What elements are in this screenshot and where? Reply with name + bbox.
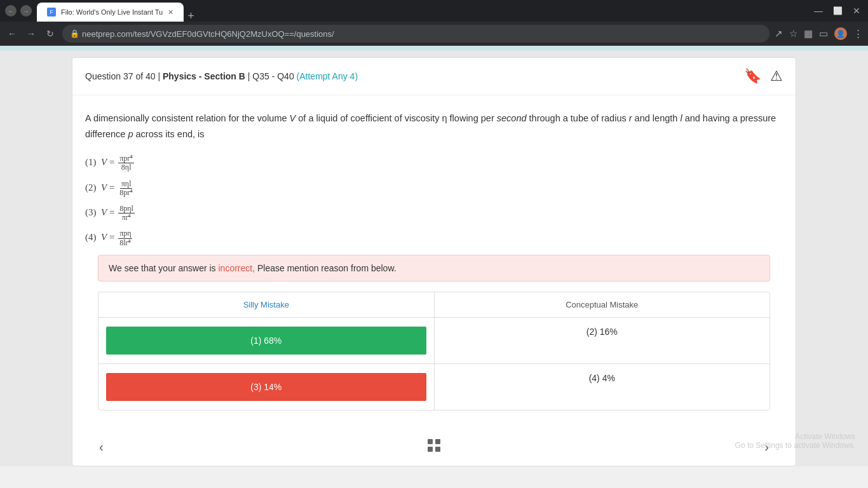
question-card: Question 37 of 40 | Physics - Section B …: [72, 57, 796, 466]
question-body: A dimensionally consistent relation for …: [72, 95, 796, 423]
address-input[interactable]: 🔒 neetprep.com/test/VGVzdEF0dGVtcHQ6NjQ2…: [62, 25, 770, 43]
reason-header-row: Silly Mistake Conceptual Mistake: [98, 292, 770, 318]
option-3-bar[interactable]: (3) 14%: [106, 373, 426, 401]
tab-close-btn[interactable]: ✕: [168, 8, 173, 17]
option-4[interactable]: (4) V = πpη 8lr⁴: [85, 229, 783, 247]
refresh-btn[interactable]: ↻: [43, 27, 57, 41]
forward-btn[interactable]: →: [24, 27, 38, 41]
option-4-label: (4) V = πpη 8lr⁴: [85, 229, 133, 247]
reason-header-conceptual[interactable]: Conceptual Mistake: [435, 292, 770, 317]
window-controls[interactable]: ← →: [5, 5, 32, 17]
option-1-bar-cell[interactable]: (1) 68%: [98, 318, 435, 364]
option-3[interactable]: (3) V = 8pηl πr⁴: [85, 205, 783, 222]
browser-chrome: ← → F Filo: World's Only Live Instant Tu…: [0, 0, 868, 46]
profile-icon[interactable]: 👤: [834, 27, 847, 40]
close-btn[interactable]: ✕: [853, 6, 860, 16]
share-icon[interactable]: ↗: [775, 28, 783, 39]
tab-title: Filo: World's Only Live Instant Tu: [61, 8, 163, 16]
reason-header-silly[interactable]: Silly Mistake: [98, 292, 435, 317]
question-icons: 🔖 ⚠: [744, 68, 783, 85]
attempt-label: (Attempt Any 4): [297, 71, 358, 81]
sidebar-icon[interactable]: ▭: [819, 28, 828, 39]
address-bar-row: ← → ↻ 🔒 neetprep.com/test/VGVzdEF0dGVtcH…: [0, 22, 868, 46]
svg-rect-3: [435, 447, 440, 452]
next-question-btn[interactable]: ›: [757, 436, 776, 458]
question-meta: Question 37 of 40 | Physics - Section B …: [85, 71, 358, 81]
incorrect-banner: We see that your answer is incorrect, Pl…: [98, 255, 770, 281]
url-text: neetprep.com/test/VGVzdEF0dGVtcHQ6NjQ2Mz…: [82, 29, 762, 39]
reason-row-1: (1) 68% (2) 16%: [98, 318, 770, 364]
menu-icon[interactable]: ⋮: [853, 28, 863, 39]
question-text: A dimensionally consistent relation for …: [85, 111, 783, 142]
tab-bar: F Filo: World's Only Live Instant Tu ✕ +: [37, 0, 809, 22]
window-back-btn[interactable]: ←: [5, 5, 17, 17]
star-icon[interactable]: ☆: [789, 28, 797, 39]
options-list: (1) V = πpr⁴ 8ηl (2) V = πηl 8pr⁴: [85, 154, 783, 247]
option-2-label: (2) V = πηl 8pr⁴: [85, 180, 135, 197]
svg-rect-0: [428, 439, 433, 444]
extensions-icon[interactable]: ▦: [804, 28, 813, 39]
tab-favicon: F: [47, 8, 56, 17]
nav-row: ‹ ›: [72, 428, 796, 466]
main-content: Question 37 of 40 | Physics - Section B …: [0, 46, 868, 466]
incorrect-text: incorrect,: [218, 263, 255, 273]
minimize-btn[interactable]: —: [814, 6, 823, 16]
warning-icon[interactable]: ⚠: [770, 68, 783, 85]
prev-question-btn[interactable]: ‹: [92, 436, 111, 458]
bookmark-icon[interactable]: 🔖: [744, 68, 761, 85]
option-1-bar[interactable]: (1) 68%: [106, 327, 426, 355]
option-3-bar-cell[interactable]: (3) 14%: [98, 364, 435, 410]
maximize-btn[interactable]: ⬜: [833, 6, 843, 15]
active-tab[interactable]: F Filo: World's Only Live Instant Tu ✕: [37, 3, 184, 22]
option-2[interactable]: (2) V = πηl 8pr⁴: [85, 180, 783, 197]
option-2-value-cell[interactable]: (2) 16%: [435, 318, 770, 364]
option-4-value-cell[interactable]: (4) 4%: [435, 364, 770, 410]
new-tab-btn[interactable]: +: [187, 10, 194, 22]
toolbar-icons: ↗ ☆ ▦ ▭ 👤 ⋮: [775, 27, 863, 40]
option-3-label: (3) V = 8pηl πr⁴: [85, 205, 136, 222]
window-forward-btn[interactable]: →: [20, 5, 32, 17]
title-bar: ← → F Filo: World's Only Live Instant Tu…: [0, 0, 868, 22]
svg-rect-2: [428, 447, 433, 452]
svg-rect-1: [435, 439, 440, 444]
reason-row-2: (3) 14% (4) 4%: [98, 364, 770, 410]
back-btn[interactable]: ←: [5, 27, 19, 41]
question-number: Question 37 of 40 | Physics - Section B …: [85, 71, 297, 81]
option-1[interactable]: (1) V = πpr⁴ 8ηl: [85, 154, 783, 172]
question-header: Question 37 of 40 | Physics - Section B …: [72, 58, 796, 95]
grid-view-icon[interactable]: [427, 438, 441, 456]
reason-table: Silly Mistake Conceptual Mistake (1) 68%…: [98, 292, 770, 410]
option-1-label: (1) V = πpr⁴ 8ηl: [85, 154, 135, 172]
